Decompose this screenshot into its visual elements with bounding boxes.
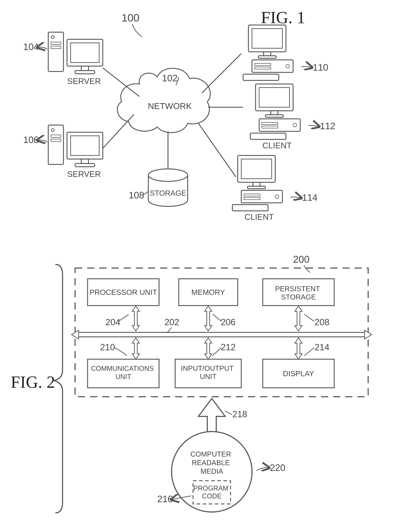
persistent-label-2: STORAGE — [281, 293, 316, 301]
client-1: CLIENT — [243, 25, 293, 91]
svg-rect-21 — [252, 60, 293, 72]
media-circle: COMPUTER READABLE MEDIA PROGRAM CODE — [171, 431, 252, 512]
client-2: CLIENT — [250, 84, 300, 150]
fig1-ref-100: 100 — [121, 12, 139, 24]
leader-104 — [38, 47, 47, 49]
memory-block: MEMORY — [179, 279, 238, 306]
bus — [71, 330, 372, 339]
server2-ref: 106 — [23, 135, 39, 145]
svg-rect-35 — [238, 155, 275, 182]
server-2: SERVER — [48, 125, 103, 179]
leader-112 — [308, 126, 319, 127]
link-server1 — [103, 68, 139, 96]
svg-rect-16 — [75, 164, 95, 167]
bus-ref: 202 — [164, 317, 179, 327]
client3-label: CLIENT — [245, 212, 274, 222]
comms-label-2: UNIT — [115, 373, 131, 380]
ref-206: 206 — [221, 317, 235, 327]
svg-point-0 — [148, 169, 188, 181]
client2-ref: 112 — [320, 121, 335, 131]
link-server2 — [103, 114, 134, 148]
svg-rect-17 — [248, 25, 286, 52]
client2-label: CLIENT — [262, 141, 292, 150]
svg-rect-7 — [81, 66, 88, 70]
io-unit: INPUT/OUTPUT UNIT — [175, 359, 241, 388]
display-block: DISPLAY — [263, 359, 334, 388]
storage-label: STORAGE — [150, 189, 186, 197]
media-line1: COMPUTER — [190, 450, 231, 458]
server1-ref: 104 — [23, 42, 39, 52]
communications-unit: COMMUNICATIONS UNIT — [88, 359, 159, 388]
svg-rect-37 — [253, 182, 260, 186]
server-1: SERVER — [48, 32, 103, 86]
leader-200 — [304, 265, 310, 272]
network-ref: 102 — [162, 73, 178, 83]
svg-rect-25 — [243, 74, 279, 80]
svg-rect-28 — [271, 111, 278, 115]
program-line2: CODE — [202, 492, 222, 500]
ref-220: 220 — [270, 462, 285, 473]
svg-rect-29 — [265, 115, 283, 117]
svg-rect-30 — [259, 119, 300, 131]
io-label-1: INPUT/OUTPUT — [181, 364, 234, 372]
svg-rect-15 — [81, 159, 88, 164]
storage-cylinder: STORAGE — [148, 169, 188, 206]
svg-rect-19 — [264, 52, 271, 56]
svg-rect-20 — [258, 56, 276, 58]
figure-2: FIG. 2 200 202 PROCESSOR UNIT MEMORY PER… — [11, 254, 372, 513]
display-label: DISPLAY — [283, 369, 314, 378]
ref-216: 216 — [157, 494, 173, 504]
fig2-ref-200: 200 — [293, 254, 310, 265]
ref-210: 210 — [100, 342, 115, 352]
leader-106 — [38, 140, 47, 142]
leader-206 — [213, 314, 222, 321]
svg-rect-34 — [250, 133, 286, 139]
media-line2: READABLE — [192, 459, 230, 467]
leader-218 — [225, 411, 232, 415]
server1-label: SERVER — [67, 76, 101, 86]
persistent-storage: PERSISTENT STORAGE — [263, 279, 334, 306]
processor-label: PROCESSOR UNIT — [89, 288, 157, 297]
fig2-title: FIG. 2 — [11, 373, 55, 392]
svg-rect-26 — [256, 84, 293, 111]
server2-label: SERVER — [67, 169, 101, 179]
io-label-2: UNIT — [200, 373, 216, 380]
leader-208 — [304, 314, 314, 321]
svg-rect-39 — [241, 190, 282, 203]
ref-208: 208 — [315, 317, 329, 327]
media-arrow — [198, 399, 225, 434]
svg-rect-9 — [48, 125, 63, 165]
svg-rect-8 — [75, 70, 95, 74]
leader-114 — [291, 197, 301, 198]
ref-214: 214 — [315, 342, 329, 352]
figure-1: FIG. 1 100 NETWORK 102 STORAGE 108 SERVE… — [23, 8, 335, 222]
media-line3: MEDIA — [201, 467, 223, 475]
client-3: CLIENT — [232, 155, 282, 222]
leader-212 — [212, 348, 221, 356]
link-client1 — [202, 54, 241, 93]
ref-212: 212 — [221, 342, 235, 352]
processor-unit: PROCESSOR UNIT — [88, 279, 159, 306]
leader-110 — [301, 66, 312, 68]
network-label: NETWORK — [148, 101, 192, 111]
memory-label: MEMORY — [191, 288, 225, 297]
leader-100 — [132, 24, 142, 37]
svg-rect-38 — [247, 186, 265, 189]
leader-210 — [114, 348, 127, 356]
svg-rect-1 — [48, 32, 63, 71]
leader-220 — [256, 468, 269, 470]
svg-rect-5 — [67, 39, 103, 66]
fig1-title: FIG. 1 — [261, 8, 305, 27]
persistent-label-1: PERSISTENT — [275, 285, 320, 293]
client1-ref: 110 — [313, 62, 328, 73]
leader-214 — [304, 348, 314, 356]
link-client3 — [198, 123, 236, 177]
storage-ref: 108 — [129, 190, 144, 200]
ref-218: 218 — [232, 409, 247, 419]
comms-label-1: COMMUNICATIONS — [91, 365, 154, 372]
program-line1: PROGRAM — [193, 484, 228, 492]
client3-ref: 114 — [302, 192, 318, 203]
ref-204: 204 — [105, 317, 120, 327]
svg-rect-43 — [232, 205, 268, 211]
leader-202 — [167, 327, 171, 332]
